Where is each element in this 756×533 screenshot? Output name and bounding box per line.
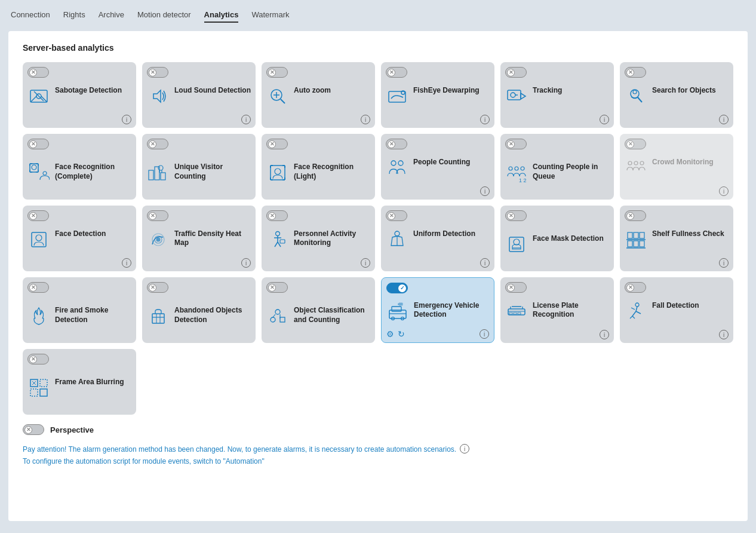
toggle-fisheye[interactable]: ✕: [386, 67, 407, 78]
nav-watermark[interactable]: Watermark: [251, 10, 289, 23]
svg-rect-79: [152, 314, 164, 323]
face-detection-label: Face Detection: [55, 229, 131, 239]
face-mask-icon: [505, 233, 528, 256]
toggle-tracking[interactable]: ✕: [505, 67, 527, 78]
face-recognition-light-icon: [266, 161, 289, 184]
warning-info-icon[interactable]: i: [460, 444, 469, 454]
row-1: ✕ Sabotage Detection: [23, 62, 733, 128]
traffic-density-info[interactable]: i: [241, 258, 251, 268]
personnel-activity-info[interactable]: i: [361, 258, 370, 268]
toggle-perspective[interactable]: ✕: [23, 424, 44, 435]
svg-rect-76: [640, 241, 644, 247]
toggle-face-detection[interactable]: ✕: [27, 210, 49, 221]
emergency-vehicle-info[interactable]: i: [480, 329, 489, 339]
card-uniform: ✕ Uniform Detection i: [381, 206, 494, 271]
svg-rect-12: [508, 90, 521, 100]
toggle-abandoned-objects[interactable]: ✕: [147, 282, 168, 293]
refresh-action-icon[interactable]: ↻: [398, 329, 405, 339]
svg-point-49: [515, 167, 518, 170]
nav-analytics[interactable]: Analytics: [204, 10, 239, 23]
loud-sound-label: Loud Sound Detection: [174, 86, 251, 96]
shelf-fullness-info[interactable]: i: [719, 258, 729, 268]
license-plate-info[interactable]: i: [600, 330, 609, 339]
toggle-unique-visitor[interactable]: ✕: [147, 139, 168, 149]
toggle-sabotage[interactable]: ✕: [27, 67, 49, 78]
toggle-face-recognition-light[interactable]: ✕: [266, 139, 288, 149]
toggle-face-mask[interactable]: ✕: [505, 210, 527, 221]
nav-motion-detector[interactable]: Motion detector: [137, 10, 191, 23]
svg-point-46: [391, 161, 396, 166]
svg-rect-65: [280, 240, 285, 243]
card-face-recognition-complete: ✕: [23, 134, 136, 200]
uniform-icon: [386, 228, 408, 251]
toggle-license-plate[interactable]: ✕: [505, 282, 527, 293]
warning-section: Pay attention! The alarm generation meth…: [23, 443, 733, 468]
svg-point-59: [156, 238, 160, 241]
svg-point-54: [640, 161, 644, 165]
perspective-label: Perspective: [50, 425, 94, 434]
toggle-uniform[interactable]: ✕: [386, 210, 407, 221]
counting-queue-label: Counting People in Queue: [533, 163, 609, 181]
toggle-search-objects[interactable]: ✕: [625, 67, 646, 78]
frame-area-blurring-label: Frame Area Blurring: [55, 378, 131, 387]
uniform-info[interactable]: i: [480, 258, 490, 268]
crowd-monitoring-info[interactable]: i: [719, 186, 729, 196]
tracking-info[interactable]: i: [600, 115, 609, 124]
toggle-counting-queue[interactable]: ✕: [505, 139, 527, 149]
svg-line-18: [638, 97, 642, 102]
warning-line2: To configure the automation script for m…: [23, 457, 265, 465]
crowd-monitoring-label: Crowd Monitoring: [652, 158, 729, 167]
loud-sound-info[interactable]: i: [241, 115, 251, 124]
search-objects-info[interactable]: i: [719, 115, 729, 124]
toggle-face-recognition-complete[interactable]: ✕: [27, 139, 49, 149]
card-unique-visitor: ✕ Unique Visitor Counti: [142, 134, 256, 200]
crowd-monitoring-icon: [625, 157, 647, 179]
toggle-auto-zoom[interactable]: ✕: [266, 67, 288, 78]
svg-rect-98: [514, 313, 517, 314]
svg-point-50: [521, 167, 524, 170]
shelf-fullness-label: Shelf Fullness Check: [652, 229, 729, 239]
toggle-frame-area-blurring[interactable]: ✕: [27, 354, 49, 364]
svg-rect-105: [40, 379, 47, 387]
toggle-personnel-activity[interactable]: ✕: [266, 210, 288, 221]
svg-point-48: [509, 167, 512, 170]
card-shelf-fullness: ✕: [620, 206, 733, 271]
row-2: ✕: [23, 134, 733, 200]
svg-line-86: [273, 314, 275, 317]
row-last: ✕ Frame Area Blurring: [23, 349, 733, 415]
fall-detection-icon: [625, 300, 647, 323]
svg-point-20: [32, 165, 36, 170]
traffic-density-icon: [147, 228, 170, 251]
toggle-loud-sound[interactable]: ✕: [147, 67, 168, 78]
nav-connection[interactable]: Connection: [11, 10, 50, 23]
fall-detection-info[interactable]: i: [719, 330, 729, 339]
toggle-object-classification[interactable]: ✕: [266, 282, 288, 293]
face-detection-info[interactable]: i: [122, 258, 131, 268]
nav-rights[interactable]: Rights: [63, 10, 85, 23]
toggle-emergency-vehicle[interactable]: ✓: [386, 283, 408, 293]
toggle-fire-smoke[interactable]: ✕: [27, 282, 49, 293]
auto-zoom-info[interactable]: i: [361, 115, 370, 124]
card-crowd-monitoring: ✕ Crowd Monitoring: [620, 134, 733, 200]
fisheye-info[interactable]: i: [480, 115, 490, 124]
toggle-traffic-density[interactable]: ✕: [147, 210, 168, 221]
card-personnel-activity: ✕ Personnel Activity Mo: [262, 206, 375, 271]
people-counting-info[interactable]: i: [480, 186, 490, 196]
license-plate-label: License Plate Recognition: [533, 301, 609, 320]
sabotage-info[interactable]: i: [122, 115, 131, 124]
toggle-people-counting[interactable]: ✕: [386, 139, 407, 149]
nav-archive[interactable]: Archive: [99, 10, 124, 23]
toggle-shelf-fullness[interactable]: ✕: [625, 210, 646, 221]
svg-marker-5: [153, 90, 161, 102]
face-recognition-light-label: Face Recognition (Light): [294, 163, 370, 181]
settings-action-icon[interactable]: ⚙: [386, 329, 394, 339]
top-nav: Connection Rights Archive Motion detecto…: [0, 0, 756, 26]
perspective-row: ✕ Perspective: [23, 424, 733, 435]
toggle-fall-detection[interactable]: ✕: [625, 282, 646, 293]
svg-rect-99: [518, 313, 521, 314]
toggle-crowd-monitoring[interactable]: ✕: [625, 139, 646, 149]
svg-rect-75: [634, 241, 638, 247]
tracking-icon: [505, 85, 528, 108]
card-tracking: ✕ Tracking i: [500, 62, 614, 128]
svg-point-66: [395, 231, 399, 236]
